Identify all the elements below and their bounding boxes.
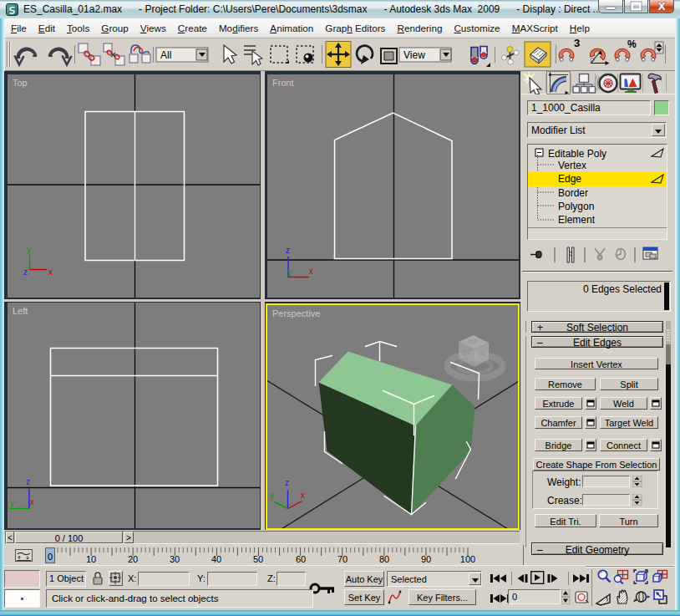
svg-text:x: x — [30, 497, 34, 507]
svg-text:Left: Left — [13, 306, 28, 316]
svg-text:80: 80 — [379, 554, 389, 564]
svg-text:z: z — [26, 477, 30, 486]
svg-text:y: y — [27, 245, 31, 254]
svg-text:View: View — [403, 49, 425, 61]
svg-text:10: 10 — [86, 554, 96, 564]
svg-text:z: z — [286, 246, 290, 255]
svg-text:x: x — [48, 267, 53, 277]
svg-text:90: 90 — [421, 554, 431, 564]
svg-text:x: x — [309, 267, 313, 276]
svg-text:Front: Front — [272, 78, 294, 88]
svg-text:z: z — [23, 267, 28, 277]
svg-text:y: y — [287, 267, 292, 277]
svg-text:Top: Top — [13, 78, 28, 88]
svg-text:70: 70 — [337, 554, 348, 564]
svg-text:60: 60 — [296, 554, 306, 564]
svg-text:All: All — [160, 49, 171, 61]
svg-text:x: x — [301, 491, 305, 500]
svg-text:3: 3 — [574, 38, 580, 49]
svg-text:30: 30 — [170, 554, 180, 564]
svg-text:40: 40 — [211, 554, 221, 564]
svg-text:100: 100 — [460, 554, 475, 564]
svg-text:%: % — [627, 38, 637, 50]
svg-text:X: X — [658, 0, 666, 13]
svg-text:z: z — [285, 478, 289, 487]
svg-text:Perspective: Perspective — [272, 308, 320, 318]
svg-text:y: y — [10, 498, 14, 507]
svg-text:50: 50 — [253, 554, 263, 564]
svg-text:y: y — [270, 491, 274, 500]
svg-text:20: 20 — [128, 554, 138, 564]
